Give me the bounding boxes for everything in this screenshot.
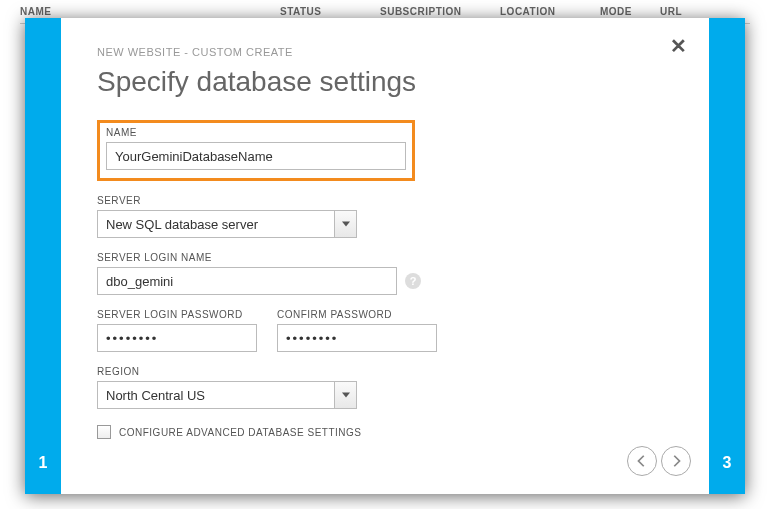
- database-name-input[interactable]: [106, 142, 406, 170]
- server-login-input[interactable]: [97, 267, 397, 295]
- password-field: SERVER LOGIN PASSWORD: [97, 309, 257, 352]
- col-location: LOCATION: [500, 6, 600, 17]
- advanced-checkbox[interactable]: [97, 425, 111, 439]
- help-icon[interactable]: ?: [405, 273, 421, 289]
- password-label: SERVER LOGIN PASSWORD: [97, 309, 257, 320]
- password-row: SERVER LOGIN PASSWORD CONFIRM PASSWORD: [97, 309, 669, 352]
- confirm-password-label: CONFIRM PASSWORD: [277, 309, 437, 320]
- col-status: STATUS: [280, 6, 380, 17]
- close-button[interactable]: ✕: [670, 36, 687, 56]
- col-name: NAME: [20, 6, 280, 17]
- advanced-label: CONFIGURE ADVANCED DATABASE SETTINGS: [119, 427, 361, 438]
- region-field: REGION: [97, 366, 669, 409]
- server-select[interactable]: [97, 210, 357, 238]
- region-value[interactable]: [97, 381, 357, 409]
- breadcrumb: NEW WEBSITE - CUSTOM CREATE: [97, 46, 669, 58]
- close-icon: ✕: [670, 35, 687, 57]
- advanced-settings-row[interactable]: CONFIGURE ADVANCED DATABASE SETTINGS: [97, 425, 669, 439]
- step-number: 1: [39, 454, 48, 472]
- login-label: SERVER LOGIN NAME: [97, 252, 669, 263]
- page-title: Specify database settings: [97, 66, 669, 98]
- confirm-password-field: CONFIRM PASSWORD: [277, 309, 437, 352]
- server-value[interactable]: [97, 210, 357, 238]
- arrow-left-icon: [635, 454, 649, 468]
- wizard-nav: [627, 446, 691, 476]
- next-button[interactable]: [661, 446, 691, 476]
- name-label: NAME: [106, 127, 406, 138]
- step-indicator-right: 3: [709, 18, 745, 494]
- arrow-right-icon: [669, 454, 683, 468]
- chevron-down-icon[interactable]: [334, 211, 356, 237]
- step-indicator-left: 1: [25, 18, 61, 494]
- server-field: SERVER: [97, 195, 669, 238]
- region-select[interactable]: [97, 381, 357, 409]
- wizard-dialog: 1 ✕ NEW WEBSITE - CUSTOM CREATE Specify …: [25, 18, 745, 494]
- login-field: SERVER LOGIN NAME ?: [97, 252, 669, 295]
- password-input[interactable]: [97, 324, 257, 352]
- back-button[interactable]: [627, 446, 657, 476]
- col-mode: MODE: [600, 6, 660, 17]
- col-subscription: SUBSCRIPTION: [380, 6, 500, 17]
- chevron-down-icon[interactable]: [334, 382, 356, 408]
- name-highlight: NAME: [97, 120, 415, 181]
- col-url: URL: [660, 6, 720, 17]
- step-number: 3: [723, 454, 732, 472]
- dialog-body: ✕ NEW WEBSITE - CUSTOM CREATE Specify da…: [61, 18, 709, 494]
- server-label: SERVER: [97, 195, 669, 206]
- region-label: REGION: [97, 366, 669, 377]
- confirm-password-input[interactable]: [277, 324, 437, 352]
